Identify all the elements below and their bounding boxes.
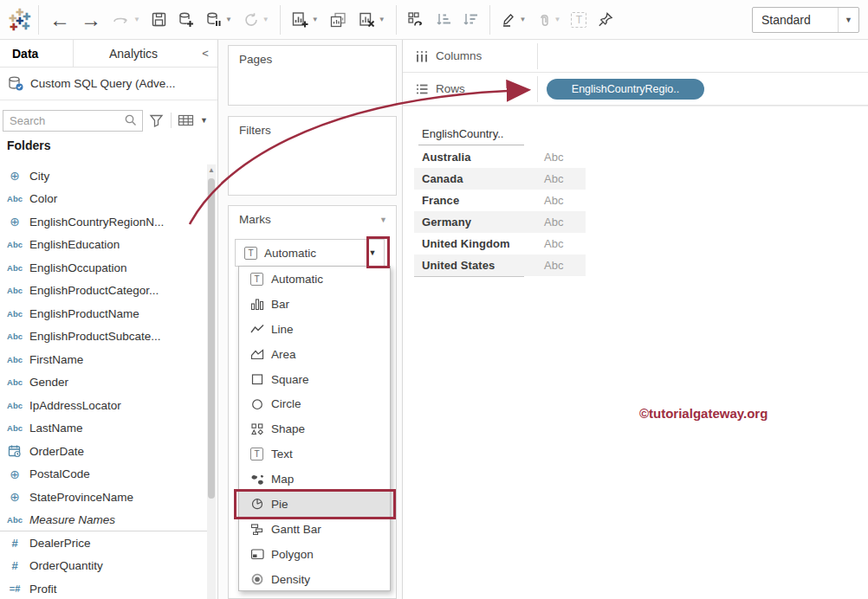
- field-item-postalcode[interactable]: ⊕PostalCode: [0, 463, 208, 486]
- field-item-ipaddresslocator[interactable]: AbcIpAddressLocator: [0, 394, 208, 417]
- collapse-pane-icon[interactable]: <: [193, 40, 217, 67]
- rows-shelf[interactable]: Rows EnglishCountryRegio..: [403, 73, 868, 106]
- toolbar-divider: [38, 5, 39, 35]
- menu-item-text[interactable]: TText: [239, 441, 390, 467]
- field-item-englishproductcategory[interactable]: AbcEnglishProductCategor...: [0, 280, 208, 303]
- undo-redo-button[interactable]: ▼: [112, 6, 140, 34]
- pin-button[interactable]: [597, 6, 614, 34]
- menu-item-area[interactable]: Area: [239, 342, 390, 367]
- search-box: [3, 110, 143, 132]
- highlight-button[interactable]: ▼: [501, 6, 527, 34]
- menu-item-pie[interactable]: Pie: [239, 492, 390, 517]
- sort-descending-button[interactable]: [463, 6, 479, 34]
- chevron-down-icon[interactable]: ▼: [554, 16, 561, 23]
- field-item-color[interactable]: AbcColor: [0, 188, 208, 211]
- chevron-down-icon[interactable]: ▼: [838, 8, 858, 32]
- chevron-down-icon[interactable]: ▼: [200, 116, 208, 125]
- field-item-englishoccupation[interactable]: AbcEnglishOccupation: [0, 256, 208, 280]
- field-item-englishproductname[interactable]: AbcEnglishProductName: [0, 302, 208, 325]
- chevron-down-icon[interactable]: ▼: [225, 16, 232, 23]
- chevron-down-icon[interactable]: ▼: [379, 209, 396, 224]
- swap-rows-columns-button[interactable]: [407, 6, 425, 34]
- field-item-gender[interactable]: AbcGender: [0, 371, 208, 395]
- menu-item-polygon[interactable]: Polygon: [239, 542, 390, 567]
- field-item-englisheducation[interactable]: AbcEnglishEducation: [0, 234, 208, 257]
- table-row[interactable]: GermanyAbc: [414, 211, 586, 233]
- duplicate-sheet-button[interactable]: [329, 6, 347, 34]
- forward-button[interactable]: →: [81, 6, 101, 34]
- globe-icon: ⊕: [0, 215, 29, 229]
- mark-type-select[interactable]: T Automatic ▼: [235, 239, 385, 267]
- field-item-englishproductsubcategory[interactable]: AbcEnglishProductSubcate...: [0, 325, 208, 349]
- datasource-item[interactable]: Custom SQL Query (Adve...: [0, 68, 217, 100]
- tableau-logo-icon[interactable]: ✚ ✚ ✚ ✚ ✚ ✚: [7, 7, 33, 33]
- menu-item-density[interactable]: Density: [239, 567, 390, 592]
- field-item-firstname[interactable]: AbcFirstName: [0, 348, 208, 371]
- pages-label: Pages: [229, 46, 396, 66]
- pause-updates-button[interactable]: ▼: [205, 6, 232, 34]
- filter-fields-icon[interactable]: [149, 113, 164, 128]
- field-item-stateprovincename[interactable]: ⊕StateProvinceName: [0, 486, 208, 509]
- sort-ascending-button[interactable]: [436, 6, 452, 34]
- new-datasource-button[interactable]: [178, 6, 195, 34]
- chevron-down-icon[interactable]: ▼: [312, 16, 319, 23]
- field-item-englishcountryregionname[interactable]: ⊕EnglishCountryRegionN...: [0, 210, 208, 234]
- globe-icon: ⊕: [0, 467, 29, 481]
- field-item-lastname[interactable]: AbcLastName: [0, 417, 208, 441]
- rows-pill-englishcountryregionname[interactable]: EnglishCountryRegio..: [547, 79, 704, 100]
- chevron-down-icon[interactable]: ▼: [379, 16, 385, 23]
- line-chart-icon: [250, 322, 271, 336]
- menu-item-map[interactable]: Map: [239, 467, 390, 492]
- filters-shelf[interactable]: Filters: [228, 116, 397, 196]
- refresh-datasource-button[interactable]: ▼: [243, 6, 269, 34]
- abc-icon: Abc: [0, 423, 29, 433]
- field-item-orderdate[interactable]: OrderDate: [0, 440, 208, 463]
- scroll-up-icon[interactable]: ▲: [207, 166, 216, 174]
- table-row[interactable]: CanadaAbc: [414, 168, 586, 190]
- field-item-city[interactable]: ⊕City: [0, 164, 208, 188]
- save-button[interactable]: [151, 6, 167, 34]
- menu-item-circle[interactable]: Circle: [239, 391, 390, 416]
- chevron-down-icon[interactable]: ▼: [520, 16, 527, 23]
- menu-item-bar[interactable]: Bar: [239, 292, 390, 317]
- menu-item-automatic[interactable]: TAutomatic: [239, 267, 390, 292]
- table-column-header[interactable]: EnglishCountry..: [422, 127, 503, 140]
- field-item-dealerprice[interactable]: #DealerPrice: [0, 531, 208, 555]
- show-mark-labels-button[interactable]: T: [571, 6, 586, 34]
- pages-shelf[interactable]: Pages: [228, 45, 397, 106]
- field-item-measure-names[interactable]: AbcMeasure Names: [0, 509, 208, 532]
- table-row[interactable]: AustraliaAbc: [414, 146, 586, 168]
- menu-item-line[interactable]: Line: [239, 317, 390, 342]
- table-row[interactable]: United StatesAbc: [414, 254, 586, 276]
- menu-item-gantt-bar[interactable]: Gantt Bar: [239, 517, 390, 542]
- columns-shelf[interactable]: Columns: [403, 40, 868, 73]
- field-item-profit[interactable]: =#Profit: [0, 577, 208, 599]
- field-item-orderquantity[interactable]: #OrderQuantity: [0, 555, 208, 578]
- abc-icon: Abc: [0, 263, 29, 273]
- view-as-grid-icon[interactable]: [178, 113, 195, 127]
- paperclip-button[interactable]: ▼: [537, 6, 561, 34]
- table-row[interactable]: United KingdomAbc: [414, 233, 586, 254]
- search-input[interactable]: [3, 114, 123, 127]
- calendar-icon: [0, 444, 29, 458]
- scrollbar-thumb[interactable]: [208, 178, 215, 499]
- tab-data[interactable]: Data: [0, 40, 74, 67]
- chevron-down-icon[interactable]: ▼: [262, 16, 269, 23]
- mark-type-dropdown-icon[interactable]: ▼: [361, 248, 384, 257]
- menu-item-shape[interactable]: Shape: [239, 416, 390, 441]
- back-button[interactable]: ←: [49, 6, 70, 34]
- menu-item-square[interactable]: Square: [239, 367, 390, 392]
- divider: [418, 145, 524, 145]
- tab-analytics[interactable]: Analytics: [74, 40, 193, 67]
- abc-icon: Abc: [0, 515, 29, 525]
- map-mark-icon: [250, 473, 271, 486]
- view-mode-value: Standard: [753, 13, 838, 27]
- fields-scrollbar[interactable]: ▲: [207, 164, 216, 599]
- table-row[interactable]: FranceAbc: [414, 190, 586, 211]
- view-mode-select[interactable]: Standard ▼: [752, 7, 859, 33]
- new-worksheet-button[interactable]: ▼: [291, 6, 319, 34]
- globe-icon: ⊕: [0, 169, 29, 183]
- chevron-down-icon[interactable]: ▼: [133, 16, 140, 23]
- table-body: AustraliaAbc CanadaAbc FranceAbc Germany…: [414, 146, 586, 276]
- clear-sheet-button[interactable]: ▼: [358, 6, 385, 34]
